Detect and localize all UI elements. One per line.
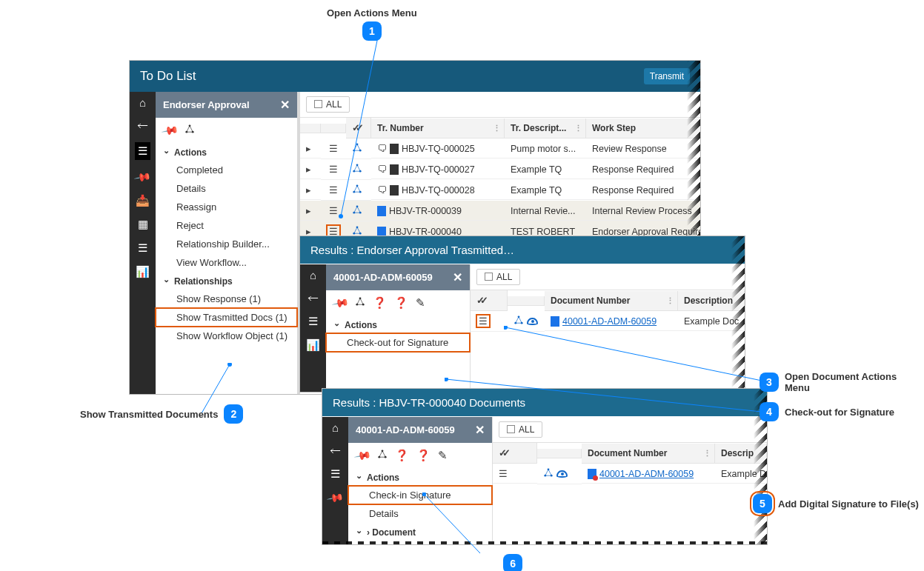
edit-icon[interactable]: ✎	[438, 449, 448, 462]
callout-bubble: 6	[503, 554, 522, 571]
col-docnum[interactable]: Document Number⋮	[545, 291, 678, 311]
action-viewwf[interactable]: View Workflow...	[156, 253, 297, 272]
side-header: 40001-AD-ADM-60059 ✕	[348, 417, 492, 443]
table-row[interactable]: ▸ ☰ 🗨 HBJV-TQ-000025 Pump motor s... Rev…	[300, 138, 700, 159]
col-trnumber[interactable]: Tr. Number⋮	[371, 118, 505, 138]
rel-response[interactable]: Show Response (1)	[156, 290, 297, 308]
pin-icon[interactable]: 📌	[353, 446, 373, 465]
table-row[interactable]: ▸ ☰ 🗨 HBJV-TQ-000028 Example TQ Response…	[300, 180, 700, 201]
cell-actions[interactable]: ☰	[471, 311, 508, 332]
callout-bubble: 5	[753, 494, 772, 513]
col-check	[346, 118, 371, 138]
home-icon[interactable]: ⌂	[310, 269, 316, 281]
document-icon	[377, 227, 386, 237]
chart-icon[interactable]: 📊	[136, 265, 150, 278]
expand-icon[interactable]: ▸	[300, 139, 321, 158]
pin-icon[interactable]: 📌	[331, 293, 350, 313]
relations-icon[interactable]	[352, 184, 362, 196]
actions-menu-icon[interactable]: ☰	[476, 315, 490, 327]
transmit-button[interactable]: Transmit	[644, 68, 690, 84]
pin-icon[interactable]: 📌	[133, 167, 153, 187]
section-actions[interactable]: Actions	[156, 143, 297, 161]
help2-icon[interactable]: ❓	[416, 449, 431, 462]
col-desc[interactable]: Description	[678, 291, 745, 311]
relations-icon[interactable]	[355, 296, 365, 310]
cell-actions[interactable]: ☰	[493, 464, 537, 484]
inbox-icon[interactable]: 📥	[136, 194, 150, 207]
comment-icon[interactable]: 🗨	[377, 164, 387, 175]
actions-menu-icon[interactable]: ☰	[321, 159, 346, 180]
section-actions[interactable]: Actions	[348, 468, 492, 486]
relations-icon[interactable]	[352, 163, 362, 176]
action-checkout-signature[interactable]: Check-out for Signature	[326, 333, 470, 352]
relations-icon[interactable]	[185, 124, 195, 137]
relations-icon[interactable]	[377, 449, 388, 462]
help2-icon[interactable]: ❓	[394, 296, 408, 310]
rel-trasmitted-docs[interactable]: Show Trasmitted Docs (1)	[156, 308, 297, 327]
relations-icon[interactable]	[513, 315, 524, 327]
comment-icon[interactable]: 🗨	[377, 143, 387, 154]
expand-icon[interactable]: ▸	[300, 181, 321, 200]
relations-icon[interactable]	[352, 204, 362, 217]
section-actions[interactable]: Actions	[326, 315, 470, 333]
col-workstep[interactable]: Work Step⋮	[586, 118, 700, 138]
action-checkin-signature[interactable]: Check-in Signature	[348, 486, 492, 504]
close-icon[interactable]: ✕	[475, 423, 485, 437]
cell-flags	[346, 180, 371, 201]
actions-menu-icon[interactable]: ☰	[321, 138, 346, 159]
action-completed[interactable]: Completed	[156, 161, 297, 179]
col-trdesc[interactable]: Tr. Descript...⋮	[505, 118, 586, 138]
all-button[interactable]: ALL	[306, 96, 350, 113]
pin-icon[interactable]: 📌	[326, 488, 345, 507]
cell-flags	[346, 201, 371, 221]
back-icon[interactable]: 🡐	[137, 119, 148, 132]
close-icon[interactable]: ✕	[280, 98, 290, 112]
section-document[interactable]: › Document	[348, 523, 492, 541]
pin-icon[interactable]: 📌	[161, 121, 180, 140]
back-icon[interactable]: 🡐	[330, 444, 341, 457]
action-reject[interactable]: Reject	[156, 216, 297, 235]
list-icon[interactable]: ☰	[308, 315, 318, 328]
all-button[interactable]: ALL	[476, 269, 520, 285]
list2-icon[interactable]: ☰	[138, 241, 147, 255]
list-icon[interactable]: ☰	[330, 467, 340, 481]
help-icon[interactable]: ❓	[395, 449, 409, 462]
help-icon[interactable]: ❓	[373, 296, 387, 310]
grid-icon[interactable]: ▦	[138, 218, 148, 231]
action-relbuilder[interactable]: Relationship Builder...	[156, 235, 297, 253]
rel-workflow-obj[interactable]: Show Workflow Object (1)	[156, 327, 297, 345]
view-icon[interactable]	[556, 470, 568, 478]
col-docnum[interactable]: Document Number⋮	[582, 444, 715, 464]
comment-icon[interactable]: 🗨	[377, 184, 387, 196]
cell-trnumber: 🗨 HBJV-TQ-000027	[371, 160, 505, 179]
doc-link[interactable]: 40001-AD-ADM-60059	[562, 316, 657, 327]
callout-1: Open Actions Menu 1	[327, 7, 417, 41]
chart-icon[interactable]: 📊	[306, 338, 320, 352]
table-row[interactable]: ▸ ☰ HBJV-TR-000039 Internal Revie... Int…	[300, 201, 700, 221]
doc-link[interactable]: 40001-AD-ADM-60059	[599, 469, 694, 479]
back-icon[interactable]: 🡐	[308, 292, 319, 304]
table-row[interactable]: ▸ ☰ 🗨 HBJV-TQ-000027 Example TQ Response…	[300, 159, 700, 180]
section-relationships[interactable]: Relationships	[156, 272, 297, 290]
home-icon[interactable]: ⌂	[139, 96, 146, 109]
list-icon[interactable]: ☰	[135, 142, 150, 160]
relations-icon[interactable]	[543, 467, 554, 480]
view-icon[interactable]	[527, 318, 538, 325]
action-details[interactable]: Details	[156, 179, 297, 198]
cell-workstep: Internal Review Process	[586, 202, 700, 221]
action-reassign[interactable]: Reassign	[156, 198, 297, 216]
relations-icon[interactable]	[352, 142, 362, 155]
home-icon[interactable]: ⌂	[332, 421, 339, 434]
actions-menu-icon[interactable]: ☰	[499, 468, 508, 479]
all-button[interactable]: ALL	[499, 421, 542, 438]
actions-menu-icon[interactable]: ☰	[321, 201, 346, 221]
col-desc[interactable]: Descrip	[715, 444, 767, 464]
edit-icon[interactable]: ✎	[416, 296, 425, 310]
expand-icon[interactable]: ▸	[300, 201, 321, 221]
cell-workstep: Response Required	[586, 161, 700, 179]
window-results-endorser: Results : Endorser Approval Trasmitted… …	[300, 236, 745, 392]
close-icon[interactable]: ✕	[453, 270, 462, 284]
action-details[interactable]: Details	[348, 504, 492, 523]
expand-icon[interactable]: ▸	[300, 160, 321, 179]
actions-menu-icon[interactable]: ☰	[321, 180, 346, 201]
